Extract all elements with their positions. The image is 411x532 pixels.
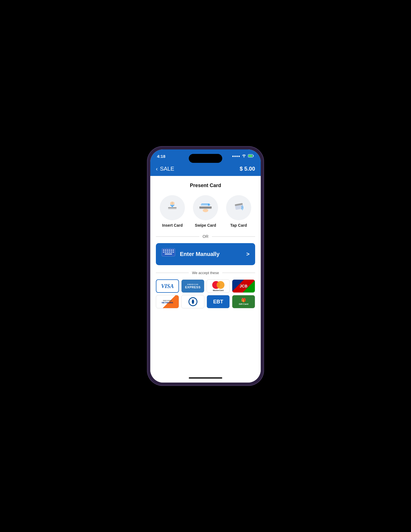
- card-options: Insert Card: [156, 195, 255, 228]
- back-button[interactable]: ‹ SALE: [156, 166, 174, 172]
- svg-rect-18: [165, 252, 166, 253]
- dynamic-island: [189, 154, 222, 163]
- mastercard-logo: MasterCard: [207, 279, 230, 293]
- discover-logo: DISCOVER NETWORK: [156, 295, 179, 308]
- visa-logo: VISA: [156, 279, 179, 293]
- header-amount: $ 5.00: [240, 166, 255, 172]
- phone-screen: 4:18 ●●●● ‹: [150, 149, 261, 383]
- swipe-card-icon-circle: [193, 195, 218, 220]
- diners-logo: [181, 295, 204, 308]
- mc-orange-circle: [217, 281, 224, 289]
- mastercard-circles: [212, 281, 224, 289]
- svg-point-4: [170, 202, 175, 205]
- svg-rect-17: [163, 252, 164, 253]
- swipe-card-label: Swipe Card: [195, 223, 216, 228]
- gift-icon: 🎁: [241, 298, 246, 303]
- svg-rect-12: [165, 250, 166, 251]
- enter-manually-button[interactable]: Enter Manually >: [156, 243, 255, 265]
- battery-icon: [248, 154, 254, 158]
- svg-rect-14: [169, 250, 170, 251]
- phone-wrapper: 4:18 ●●●● ‹: [147, 146, 264, 386]
- we-accept-text: We accept these: [192, 271, 219, 275]
- jcb-text: JCB: [240, 284, 247, 288]
- svg-rect-15: [171, 250, 172, 251]
- or-line-right: [212, 236, 255, 237]
- insert-card-icon-circle: [160, 195, 185, 220]
- tap-card-label: Tap Card: [230, 223, 247, 228]
- we-accept-divider: We accept these: [156, 271, 255, 275]
- ebt-logo: EBT: [207, 295, 230, 308]
- wifi-icon: [242, 154, 246, 158]
- svg-rect-1: [248, 155, 252, 157]
- svg-rect-16: [173, 250, 174, 251]
- enter-manually-arrow: >: [246, 251, 250, 257]
- status-icons: ●●●●: [232, 154, 254, 158]
- amex-top-text: AMERICAN: [187, 284, 198, 285]
- tap-card-icon: [230, 199, 247, 216]
- svg-rect-23: [165, 253, 172, 255]
- svg-rect-19: [167, 252, 168, 253]
- or-text: OR: [203, 234, 209, 239]
- tap-card-option[interactable]: Tap Card: [226, 195, 251, 228]
- main-content: Present Card: [150, 176, 261, 375]
- amex-main-text: EXPRESS: [185, 286, 200, 289]
- home-bar: [189, 377, 222, 379]
- we-accept-line-right: [222, 273, 255, 273]
- home-indicator: [150, 375, 261, 383]
- svg-rect-3: [168, 209, 177, 209]
- jcb-logo: JCB: [232, 279, 255, 293]
- enter-manually-label: Enter Manually: [180, 251, 242, 257]
- discover-main-text: NETWORK: [162, 301, 173, 304]
- swipe-card-option[interactable]: Swipe Card: [193, 195, 218, 228]
- gift-card-logo: 🎁 Gift Card: [232, 295, 255, 308]
- or-divider: OR: [156, 234, 255, 239]
- status-time: 4:18: [157, 154, 165, 159]
- svg-rect-13: [167, 250, 168, 251]
- payment-logos-grid: VISA AMERICAN EXPRESS MasterCard: [156, 279, 255, 308]
- amex-logo: AMERICAN EXPRESS: [181, 279, 204, 293]
- header-title: SALE: [160, 166, 174, 172]
- keyboard-icon: [161, 248, 175, 260]
- back-arrow-icon: ‹: [156, 166, 158, 172]
- signal-icon: ●●●●: [232, 154, 240, 158]
- insert-card-option[interactable]: Insert Card: [160, 195, 185, 228]
- svg-rect-2: [168, 207, 177, 208]
- svg-rect-11: [163, 250, 164, 251]
- we-accept-line-left: [156, 273, 189, 273]
- diners-circle: [188, 297, 197, 306]
- visa-text: VISA: [161, 283, 174, 289]
- svg-rect-22: [173, 252, 174, 253]
- ebt-text: EBT: [213, 299, 223, 305]
- mastercard-text: MasterCard: [213, 289, 224, 291]
- present-card-title: Present Card: [156, 183, 255, 188]
- insert-card-label: Insert Card: [162, 223, 183, 228]
- svg-point-7: [203, 209, 208, 212]
- insert-card-icon: [164, 199, 181, 216]
- svg-rect-6: [199, 207, 212, 207]
- svg-rect-20: [169, 252, 170, 253]
- app-header: ‹ SALE $ 5.00: [150, 162, 261, 176]
- gift-card-text: Gift Card: [239, 303, 248, 306]
- or-line-left: [156, 236, 199, 237]
- svg-rect-21: [171, 252, 172, 253]
- tap-card-icon-circle: [226, 195, 251, 220]
- swipe-card-icon: [197, 199, 214, 216]
